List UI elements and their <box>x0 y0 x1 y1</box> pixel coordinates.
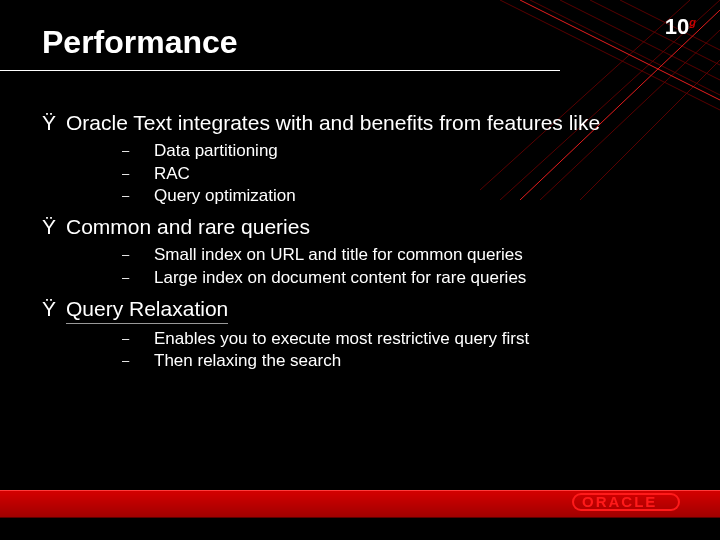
bullet-level2: – Large index on document content for ra… <box>122 267 690 290</box>
sublist: – Enables you to execute most restrictiv… <box>122 328 690 374</box>
title-underline <box>0 70 560 71</box>
bullet2-text: Query optimization <box>154 185 296 208</box>
bullet2-text: Large index on document content for rare… <box>154 267 526 290</box>
bullet2-text: RAC <box>154 163 190 186</box>
slide-title: Performance <box>42 24 238 61</box>
product-badge: 10g <box>665 14 696 40</box>
bullet-level2: – Data partitioning <box>122 140 690 163</box>
bullet-level1: Ÿ Oracle Text integrates with and benefi… <box>42 110 690 136</box>
sublist: – Small index on URL and title for commo… <box>122 244 690 290</box>
bullet-level1: Ÿ Query Relaxation <box>42 296 690 324</box>
bullet-level2: – Enables you to execute most restrictiv… <box>122 328 690 351</box>
bullet2-text: Enables you to execute most restrictive … <box>154 328 529 351</box>
product-badge-sup: g <box>689 16 696 28</box>
bullet2-marker: – <box>122 267 154 287</box>
bullet1-marker: Ÿ <box>42 110 66 136</box>
sublist: – Data partitioning – RAC – Query optimi… <box>122 140 690 209</box>
bullet1-text: Oracle Text integrates with and benefits… <box>66 110 600 136</box>
bullet1-text: Common and rare queries <box>66 214 310 240</box>
svg-line-3 <box>590 0 720 65</box>
bullet2-marker: – <box>122 185 154 205</box>
bullet-level2: – Then relaxing the search <box>122 350 690 373</box>
bullet-level1: Ÿ Common and rare queries <box>42 214 690 240</box>
bullet2-text: Data partitioning <box>154 140 278 163</box>
bullet2-text: Small index on URL and title for common … <box>154 244 523 267</box>
bullet2-marker: – <box>122 350 154 370</box>
bullet-level2: – Small index on URL and title for commo… <box>122 244 690 267</box>
bullet-level2: – RAC <box>122 163 690 186</box>
oracle-logo-text: ORACLE <box>582 493 657 510</box>
bullet2-marker: – <box>122 140 154 160</box>
bullet1-marker: Ÿ <box>42 214 66 240</box>
bullet-level2: – Query optimization <box>122 185 690 208</box>
bullet2-text: Then relaxing the search <box>154 350 341 373</box>
svg-line-2 <box>560 0 720 80</box>
bullet1-text: Query Relaxation <box>66 296 228 324</box>
product-badge-num: 10 <box>665 14 689 39</box>
bullet2-marker: – <box>122 163 154 183</box>
bullet2-marker: – <box>122 244 154 264</box>
slide-body: Ÿ Oracle Text integrates with and benefi… <box>42 110 690 379</box>
bullet1-marker: Ÿ <box>42 296 66 322</box>
bullet2-marker: – <box>122 328 154 348</box>
oracle-logo: ORACLE <box>572 492 692 514</box>
